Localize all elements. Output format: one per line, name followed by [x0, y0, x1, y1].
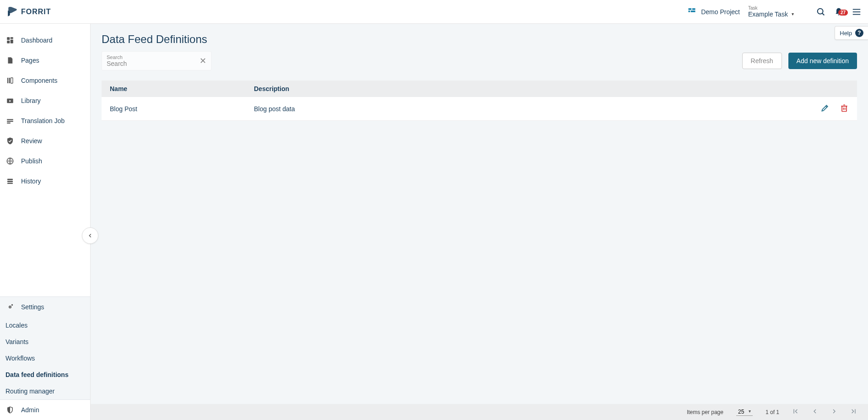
col-header-description: Description: [254, 85, 808, 92]
svg-rect-10: [11, 37, 13, 39]
brand-name: FORRIT: [21, 8, 51, 16]
project-icon: [687, 6, 696, 17]
logo-icon: [6, 6, 18, 18]
svg-point-4: [818, 8, 823, 14]
search-box[interactable]: Search ✕: [102, 51, 211, 70]
caret-down-icon: ▾: [792, 11, 794, 16]
prev-page-button[interactable]: [811, 408, 819, 416]
sidebar-item-label: Settings: [21, 303, 44, 311]
sidebar-sub-data-feed-definitions[interactable]: Data feed definitions: [0, 366, 90, 383]
sidebar-item-pages[interactable]: Pages: [0, 50, 90, 70]
help-label: Help: [840, 30, 852, 37]
next-page-button[interactable]: [830, 408, 838, 416]
delete-row-button[interactable]: [840, 103, 849, 114]
add-new-definition-button[interactable]: Add new definition: [788, 53, 857, 69]
sidebar-item-label: Pages: [21, 57, 39, 64]
svg-rect-0: [689, 8, 692, 10]
translation-icon: [5, 117, 15, 125]
items-per-page-select[interactable]: 25: [736, 408, 753, 416]
sidebar-item-label: Review: [21, 137, 42, 145]
search-input[interactable]: [107, 60, 199, 67]
table-row: Blog PostBlog post data: [102, 97, 857, 121]
task-selector[interactable]: Task Example Task ▾: [748, 6, 808, 18]
history-icon: [5, 177, 15, 185]
components-icon: [5, 76, 15, 85]
svg-rect-9: [7, 37, 10, 40]
table-header: Name Description: [102, 81, 857, 97]
last-page-button[interactable]: [850, 408, 857, 416]
sidebar-item-settings[interactable]: Settings: [0, 297, 90, 317]
sidebar-item-label: Library: [21, 97, 41, 104]
sidebar-sub-locales[interactable]: Locales: [0, 317, 90, 334]
definitions-table: Name Description Blog PostBlog post data: [102, 81, 857, 121]
project-selector[interactable]: Demo Project: [687, 6, 740, 17]
sidebar-sub-workflows[interactable]: Workflows: [0, 350, 90, 366]
collapse-sidebar-button[interactable]: [82, 227, 98, 244]
task-value: Example Task: [748, 11, 788, 18]
svg-rect-19: [7, 121, 13, 122]
svg-rect-25: [7, 183, 13, 184]
first-page-button[interactable]: [792, 408, 799, 416]
svg-rect-24: [7, 181, 13, 182]
sidebar-item-label: Publish: [21, 157, 42, 165]
notification-badge: 27: [838, 10, 848, 16]
notifications-button[interactable]: 27: [834, 7, 843, 17]
sidebar-item-label: Admin: [21, 406, 39, 414]
sidebar-item-components[interactable]: Components: [0, 70, 90, 91]
svg-line-27: [826, 106, 827, 108]
svg-rect-23: [7, 179, 13, 180]
project-name: Demo Project: [701, 8, 740, 16]
sidebar-item-translation-job[interactable]: Translation Job: [0, 111, 90, 131]
svg-rect-12: [7, 41, 10, 43]
brand-logo[interactable]: FORRIT: [5, 6, 51, 18]
sidebar-item-label: Translation Job: [21, 117, 65, 124]
svg-rect-20: [7, 123, 11, 124]
page-title: Data Feed Definitions: [102, 33, 857, 46]
publish-icon: [5, 157, 15, 165]
svg-rect-1: [692, 8, 695, 10]
svg-rect-18: [7, 119, 13, 120]
svg-rect-28: [842, 106, 846, 112]
clear-search-icon[interactable]: ✕: [199, 56, 206, 66]
sidebar-item-label: Dashboard: [21, 37, 53, 44]
sidebar: DashboardPagesComponentsLibraryTranslati…: [0, 24, 91, 420]
search-label: Search: [107, 54, 199, 60]
sidebar-item-library[interactable]: Library: [0, 91, 90, 111]
help-icon: ?: [855, 29, 863, 37]
sidebar-item-history[interactable]: History: [0, 171, 90, 191]
cell-description: Blog post data: [254, 105, 808, 113]
svg-rect-2: [689, 11, 690, 12]
page-range: 1 of 1: [766, 409, 779, 415]
sidebar-item-admin[interactable]: Admin: [0, 399, 90, 420]
shield-icon: [5, 406, 15, 414]
dashboard-icon: [5, 36, 15, 44]
sidebar-sub-variants[interactable]: Variants: [0, 334, 90, 350]
sidebar-item-label: History: [21, 178, 41, 185]
items-per-page-label: Items per page: [687, 409, 723, 415]
edit-row-button[interactable]: [820, 103, 830, 114]
library-icon: [5, 97, 15, 105]
cell-name: Blog Post: [110, 105, 254, 113]
svg-line-5: [822, 13, 824, 15]
sidebar-item-review[interactable]: Review: [0, 131, 90, 151]
task-caption: Task: [748, 6, 808, 11]
review-icon: [5, 137, 15, 145]
refresh-button[interactable]: Refresh: [742, 53, 782, 69]
svg-rect-13: [7, 78, 8, 83]
main-content: Data Feed Definitions Search ✕ Refresh A…: [91, 24, 868, 420]
svg-point-26: [11, 304, 13, 306]
svg-rect-3: [691, 11, 695, 12]
col-header-name: Name: [110, 85, 254, 92]
sidebar-item-label: Components: [21, 77, 57, 84]
svg-rect-15: [11, 78, 13, 83]
sidebar-item-publish[interactable]: Publish: [0, 151, 90, 171]
pages-icon: [5, 56, 15, 65]
search-icon[interactable]: [816, 7, 826, 17]
cog-icon: [5, 303, 15, 311]
sidebar-item-dashboard[interactable]: Dashboard: [0, 30, 90, 50]
help-button[interactable]: Help ?: [835, 26, 868, 40]
hamburger-menu-button[interactable]: [852, 7, 862, 17]
svg-rect-11: [11, 40, 13, 43]
sidebar-sub-routing-manager[interactable]: Routing manager: [0, 383, 90, 399]
paginator: Items per page 25 1 of 1: [91, 404, 868, 420]
